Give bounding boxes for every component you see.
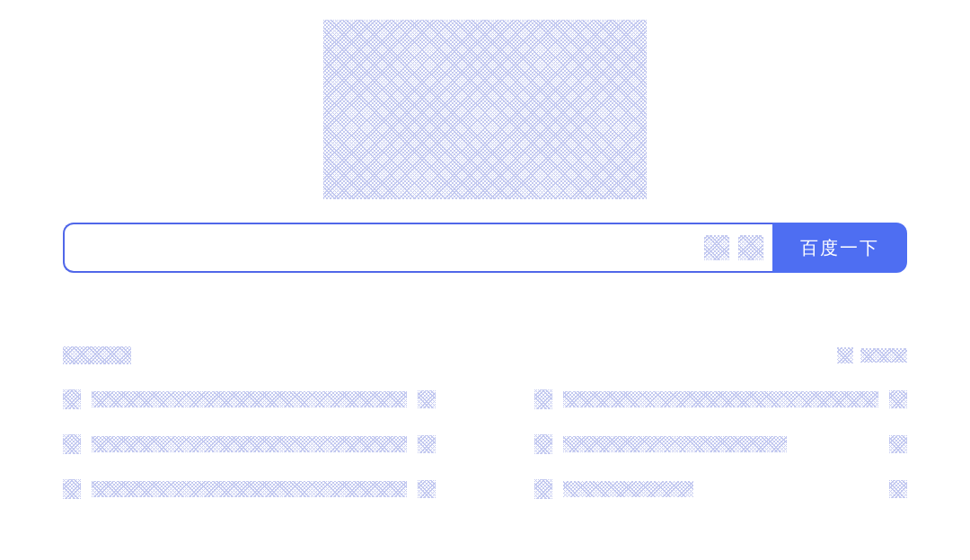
hot-item[interactable] <box>534 479 907 499</box>
search-bar: 百度一下 <box>63 223 907 273</box>
hot-text <box>563 481 693 497</box>
hot-item[interactable] <box>63 479 436 499</box>
hot-item[interactable] <box>63 434 436 454</box>
hot-search-section <box>63 346 907 499</box>
hot-text <box>563 391 878 407</box>
hot-search-list <box>63 389 907 499</box>
hot-rank <box>63 389 81 409</box>
camera-icon[interactable] <box>704 235 729 260</box>
hot-tag <box>889 435 907 453</box>
hot-rank <box>63 434 81 454</box>
hot-tag <box>889 390 907 408</box>
hot-tag <box>418 390 436 408</box>
hot-tag <box>418 480 436 498</box>
hot-text <box>563 436 787 452</box>
search-input-wrapper <box>63 223 772 273</box>
keyboard-icon[interactable] <box>738 235 763 260</box>
hot-rank <box>63 479 81 499</box>
hot-text <box>92 436 407 452</box>
search-input[interactable] <box>79 224 695 271</box>
hot-item[interactable] <box>534 434 907 454</box>
hot-rank <box>534 434 552 454</box>
hot-text <box>92 481 407 497</box>
hot-rank <box>534 389 552 409</box>
baidu-logo[interactable] <box>323 20 647 199</box>
refresh-icon <box>837 347 853 363</box>
hot-item[interactable] <box>63 389 436 409</box>
hot-refresh-button[interactable] <box>837 347 907 363</box>
hot-tag <box>889 480 907 498</box>
hot-search-title[interactable] <box>63 346 131 364</box>
search-button[interactable]: 百度一下 <box>772 223 907 273</box>
hot-refresh-label <box>860 348 907 363</box>
hot-text <box>92 391 407 407</box>
hot-header <box>63 346 907 364</box>
hot-rank <box>534 479 552 499</box>
hot-tag <box>418 435 436 453</box>
hot-item[interactable] <box>534 389 907 409</box>
